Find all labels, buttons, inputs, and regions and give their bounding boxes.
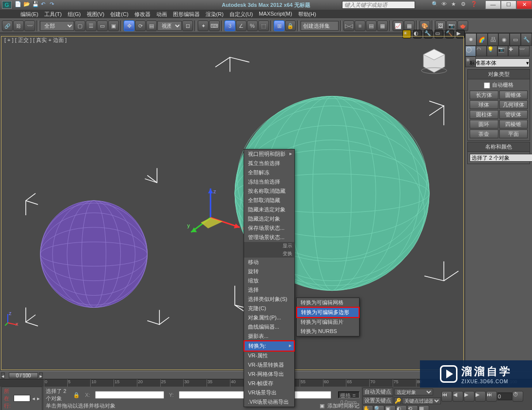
tab-display[interactable]: ▭ xyxy=(510,33,521,46)
ctx-item[interactable]: 转换为 NURBS xyxy=(297,327,359,336)
menu-customize[interactable]: 自定义(U) xyxy=(227,10,256,19)
prim-9[interactable]: 平面 xyxy=(499,130,528,138)
autokey-button[interactable]: 自动关键点 xyxy=(362,388,393,396)
scale-button[interactable]: ▤ xyxy=(146,20,157,31)
exchange-icon[interactable]: ⚙ xyxy=(461,1,469,9)
ctx-item[interactable]: VR-网格体导出 xyxy=(244,370,294,379)
setkey-big-button[interactable]: 🔑 xyxy=(394,397,401,404)
qat-new[interactable]: 📄 xyxy=(15,1,22,9)
maximize-button[interactable]: ☐ xyxy=(501,0,516,9)
ctx-item[interactable]: 按名称取消隐藏 xyxy=(244,186,294,196)
prim-5[interactable]: 管状体 xyxy=(499,110,528,119)
play-button[interactable]: ▶ xyxy=(464,391,475,402)
select-object-button[interactable]: ▢ xyxy=(75,20,85,31)
pivot-button[interactable]: ⊡ xyxy=(182,20,193,31)
spinner-snap-button[interactable]: ⬚ xyxy=(258,20,269,31)
ctx-item[interactable]: 旋转 xyxy=(244,267,294,276)
goto-start-button[interactable]: ⏮ xyxy=(441,391,452,402)
tab-modify[interactable]: 🌈 xyxy=(476,33,488,46)
tab-utilities[interactable]: 🔧 xyxy=(521,33,532,46)
rotate-button[interactable]: ⟳ xyxy=(135,20,146,31)
nav-orbit-button[interactable]: ⟲ xyxy=(407,405,418,410)
minimize-button[interactable]: — xyxy=(485,0,501,9)
select-by-name-button[interactable]: ☰ xyxy=(86,20,96,31)
ctx-item[interactable]: VR-场景转换器 xyxy=(244,360,294,370)
nav-zoom-button[interactable]: 🔍 xyxy=(374,405,384,410)
ctx-item[interactable]: 克隆(C) xyxy=(244,304,294,313)
bind-spacewarp-button[interactable]: 〰 xyxy=(24,20,35,31)
prim-8[interactable]: 茶壶 xyxy=(470,130,498,138)
key-target-dropdown[interactable]: 选定对象 xyxy=(394,389,433,395)
tab-motion[interactable]: ◉ xyxy=(498,33,510,46)
lock-icon[interactable]: 🔒 xyxy=(73,392,80,398)
loc-next[interactable]: ▸ xyxy=(37,395,40,402)
menu-render[interactable]: 渲染(R) xyxy=(203,10,227,19)
named-selection-input[interactable] xyxy=(301,21,339,31)
ctx-item[interactable]: 选择 xyxy=(244,285,294,295)
time-slider-right[interactable]: ▸ xyxy=(39,373,43,378)
prim-4[interactable]: 圆柱体 xyxy=(470,110,498,119)
time-config-button[interactable]: ⏱ xyxy=(513,391,523,402)
viewcube[interactable] xyxy=(419,46,449,75)
viewport[interactable]: [ + ] [ 正交 ] [ 真实 + 边面 ] xyxy=(1,36,464,370)
ctx-item[interactable]: 视口照明和阴影 xyxy=(244,149,294,159)
menu-edit[interactable]: 编辑(E) xyxy=(18,10,41,19)
qat-undo[interactable] xyxy=(41,1,49,9)
angle-snap-button[interactable]: ∠ xyxy=(236,20,247,31)
align-button[interactable]: ≡ xyxy=(355,20,365,31)
ctx-item[interactable]: 移动 xyxy=(244,258,294,267)
move-button[interactable]: ✥ xyxy=(124,20,134,31)
keyboard-shortcut-button[interactable]: ⌨ xyxy=(209,20,220,31)
coord-y[interactable] xyxy=(179,391,248,399)
current-frame-input[interactable] xyxy=(497,392,512,400)
menu-help[interactable]: 帮助(H) xyxy=(295,10,319,19)
menu-create[interactable]: 创建(C) xyxy=(107,10,131,19)
prim-2[interactable]: 球体 xyxy=(470,100,498,109)
ctx-item[interactable]: 选择类似对象(S) xyxy=(244,295,294,304)
curve-editor-button[interactable]: 📈 xyxy=(393,20,403,31)
cat-spacewarps[interactable]: 〰 xyxy=(519,46,530,56)
coord-x[interactable] xyxy=(95,391,164,399)
ctx-item[interactable]: 缩放 xyxy=(244,276,294,285)
snap-toggle-button[interactable]: 3 xyxy=(225,20,235,31)
menu-grapheditors[interactable]: 图形编辑器 xyxy=(170,10,203,19)
search-input[interactable] xyxy=(342,1,415,9)
time-slider-handle[interactable]: 0 / 100 xyxy=(9,373,38,378)
selection-filter-dropdown[interactable]: 全部 xyxy=(40,21,74,31)
loc-prev[interactable]: ◂ xyxy=(32,395,35,402)
graphite-button[interactable]: ▦ xyxy=(377,20,388,31)
menu-view[interactable]: 视图(V) xyxy=(84,10,108,19)
menu-tools[interactable]: 工具(T) xyxy=(41,10,65,19)
prim-7[interactable]: 四棱锥 xyxy=(499,120,528,129)
unlink-button[interactable] xyxy=(13,20,24,31)
goto-end-button[interactable]: ⏭ xyxy=(486,391,497,402)
qat-save[interactable]: 💾 xyxy=(32,1,40,9)
cat-cameras[interactable]: 📷 xyxy=(497,46,508,56)
rollout-name-color[interactable]: 名称和颜色 xyxy=(468,142,530,152)
ctx-item[interactable]: 管理场景状态... xyxy=(244,233,294,242)
tab-hierarchy[interactable]: 品 xyxy=(488,33,499,46)
time-slider-left[interactable]: ◂ xyxy=(1,373,5,378)
ctx-item[interactable]: 孤立当前选择 xyxy=(244,159,294,168)
setkey-button[interactable]: 设置关键点 xyxy=(362,396,393,405)
ctx-item[interactable]: 全部取消隐藏 xyxy=(244,196,294,205)
location-input[interactable] xyxy=(14,395,30,402)
prim-6[interactable]: 圆环 xyxy=(470,120,498,129)
star-icon[interactable]: ★ xyxy=(451,1,459,9)
menu-maxscript[interactable]: MAXScript(M) xyxy=(256,10,295,19)
ctx-item[interactable]: 转换为: xyxy=(244,340,295,352)
ctx-item[interactable]: VR-帧缓存 xyxy=(244,379,294,388)
manipulate-button[interactable]: ✦ xyxy=(198,20,209,31)
selection-lock-button[interactable]: 🔒 xyxy=(285,20,296,31)
qat-redo[interactable] xyxy=(50,1,57,9)
ctx-item[interactable]: 转换为可编辑多边形 xyxy=(296,307,360,318)
cat-helpers[interactable]: ✚ xyxy=(508,46,519,56)
menu-modifiers[interactable]: 修改器 xyxy=(132,10,153,19)
rollout-object-type[interactable]: 对象类型 xyxy=(468,70,530,79)
key-filter-dropdown[interactable]: 关键点过滤器... xyxy=(402,397,441,404)
edged-faces-button[interactable]: ⊞ xyxy=(274,20,285,31)
prim-0[interactable]: 长方体 xyxy=(470,91,498,99)
app-logo[interactable]: G xyxy=(2,1,12,9)
cat-shapes[interactable]: ◠ xyxy=(476,46,487,56)
ctx-item[interactable]: 保存场景状态... xyxy=(244,224,294,233)
